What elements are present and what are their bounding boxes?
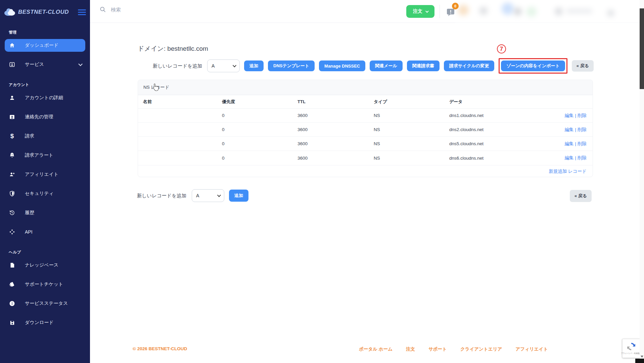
sidebar-item-services[interactable]: サービス xyxy=(5,58,85,71)
scrollbar-down-arrow[interactable] xyxy=(641,356,643,358)
annotation-step-7: 7 xyxy=(497,44,506,53)
sidebar-item-label: サポートチケット xyxy=(25,281,63,287)
sidebar-item-billing[interactable]: $ 請求 xyxy=(5,130,85,143)
sidebar-item-knowledgebase[interactable]: ナレッジベース xyxy=(5,259,85,272)
chevron-down-icon xyxy=(217,193,221,197)
add-record-button-bottom[interactable]: 追加 xyxy=(229,190,248,202)
info-icon xyxy=(9,300,15,307)
notification-badge: 0 xyxy=(452,3,459,9)
document-icon xyxy=(9,262,15,269)
blurred-privacy-area xyxy=(455,0,644,32)
add-new-record-link[interactable]: 新規追加 レコード xyxy=(549,168,587,174)
topbar: 注文 0 xyxy=(90,0,644,23)
record-type-select[interactable]: A xyxy=(207,59,240,72)
sidebar-item-service-status[interactable]: サービスステータス xyxy=(5,297,85,310)
api-icon xyxy=(9,229,15,235)
sidebar-item-history[interactable]: 履歴 xyxy=(5,206,85,219)
col-data: データ xyxy=(449,99,587,105)
sidebar-item-label: アカウントの詳細 xyxy=(25,95,63,101)
sidebar-item-label: ダウンロード xyxy=(25,320,54,326)
sidebar-section-help: ヘルプ xyxy=(9,250,90,255)
delete-link[interactable]: 削除 xyxy=(578,127,587,132)
order-button[interactable]: 注文 xyxy=(406,5,434,18)
ns-records-card: NS レコード 名前 優先度 TTL タイプ データ 0 3600 NS dns… xyxy=(138,80,593,177)
manage-dnssec-button[interactable]: Manage DNSSEC xyxy=(319,61,365,71)
add-record-label: 新しいレコードを追加 xyxy=(137,193,186,199)
delete-link[interactable]: 削除 xyxy=(578,141,587,146)
sidebar-item-label: 請求 xyxy=(25,133,34,139)
sidebar-item-label: アフィリエイト xyxy=(25,171,58,177)
delete-link[interactable]: 削除 xyxy=(578,155,587,160)
sidebar-item-affiliate[interactable]: アフィリエイト xyxy=(5,168,85,181)
sidebar: BESTNET-CLOUD 管理 ダッシュボード サービス アカウント アカウン… xyxy=(0,0,90,363)
chevron-down-icon xyxy=(233,64,236,67)
sidebar-item-label: セキュリティ xyxy=(25,191,54,197)
edit-link[interactable]: 編集 xyxy=(564,141,573,146)
recaptcha-terms: プライバシー - 利用規約 xyxy=(621,352,642,355)
recaptcha-badge[interactable]: プライバシー - 利用規約 xyxy=(622,339,640,358)
edit-link[interactable]: 編集 xyxy=(564,113,573,118)
sidebar-item-contacts[interactable]: 連絡先の管理 xyxy=(5,111,85,123)
footer-link-portal-home[interactable]: ポータル ホーム xyxy=(359,346,393,352)
home-icon xyxy=(9,42,15,49)
delete-link[interactable]: 削除 xyxy=(578,113,587,118)
sidebar-item-api[interactable]: API xyxy=(5,226,85,238)
sidebar-section-account: アカウント xyxy=(9,82,90,87)
footer-link-order[interactable]: 注文 xyxy=(406,346,415,352)
cloud-logo-icon xyxy=(4,8,16,16)
sidebar-item-dashboard[interactable]: ダッシュボード xyxy=(5,39,85,52)
table-header-row: 名前 優先度 TTL タイプ データ xyxy=(138,95,593,109)
import-zone-button[interactable]: ゾーンの内容をインポート xyxy=(501,61,565,71)
sidebar-item-label: ナレッジベース xyxy=(25,262,58,268)
sidebar-item-billing-alerts[interactable]: 請求アラート xyxy=(5,149,85,162)
dns-template-button[interactable]: DNSテンプレート xyxy=(268,61,315,71)
edit-link[interactable]: 編集 xyxy=(564,127,573,132)
billing-cycle-button[interactable]: 請求サイクルの変更 xyxy=(444,61,495,71)
back-button-bottom[interactable]: « 戻る xyxy=(570,190,592,202)
sidebar-item-downloads[interactable]: ダウンロード xyxy=(5,316,85,329)
sidebar-item-label: 請求アラート xyxy=(25,152,53,158)
chevron-down-icon xyxy=(78,62,83,66)
col-ttl: TTL xyxy=(297,99,374,104)
col-type: タイプ xyxy=(374,99,449,105)
notification-icon[interactable] xyxy=(447,8,455,16)
related-mail-button[interactable]: 関連メール xyxy=(370,61,403,71)
scrollbar-thumb[interactable] xyxy=(640,8,644,89)
related-invoices-button[interactable]: 関連請求書 xyxy=(407,61,440,71)
footer-links: ポータル ホーム 注文 サポート クライアントエリア アフィリエイト xyxy=(359,346,548,352)
topbar-divider xyxy=(440,5,440,18)
edit-link[interactable]: 編集 xyxy=(564,155,573,160)
main-content: ドメイン: bestnetllc.com 7 新しいレコードを追加 A 追加 D… xyxy=(90,23,644,363)
people-plus-icon xyxy=(9,171,15,178)
sidebar-item-security[interactable]: セキュリティ xyxy=(5,187,85,200)
footer-link-affiliate[interactable]: アフィリエイト xyxy=(515,346,548,352)
contact-card-icon xyxy=(9,114,15,120)
hand-cursor-icon xyxy=(152,83,159,92)
chevron-down-icon xyxy=(425,9,429,13)
sidebar-section-management: 管理 xyxy=(9,30,90,35)
history-icon xyxy=(9,209,15,216)
record-type-select-bottom[interactable]: A xyxy=(192,189,224,202)
search-input[interactable] xyxy=(111,7,252,12)
table-row: 0 3600 NS dns1.cloudns.net 編集|削除 xyxy=(138,109,593,123)
footer-link-client-area[interactable]: クライアントエリア xyxy=(460,346,502,352)
dollar-icon: $ xyxy=(9,133,15,139)
footer-copyright: © 2026 BESTNET-CLOUD xyxy=(133,346,187,351)
person-icon xyxy=(9,94,15,101)
sidebar-item-label: サービス xyxy=(25,62,44,68)
sidebar-item-label: ダッシュボード xyxy=(25,42,58,48)
add-record-button[interactable]: 追加 xyxy=(244,61,264,71)
footer-link-support[interactable]: サポート xyxy=(428,346,447,352)
sidebar-item-account-details[interactable]: アカウントの詳細 xyxy=(5,91,85,104)
services-icon xyxy=(9,61,15,68)
col-priority: 優先度 xyxy=(222,99,297,105)
table-row: 0 3600 NS dns2.cloudns.net 編集|削除 xyxy=(138,123,593,137)
download-icon xyxy=(9,319,15,326)
recaptcha-icon xyxy=(627,342,636,351)
sidebar-item-label: API xyxy=(25,229,33,235)
vertical-scrollbar[interactable] xyxy=(640,0,644,363)
sidebar-item-support-tickets[interactable]: サポートチケット xyxy=(5,278,85,291)
back-button-top[interactable]: « 戻る xyxy=(572,60,594,72)
ticket-icon xyxy=(9,281,15,288)
hamburger-menu-icon[interactable] xyxy=(78,7,86,16)
